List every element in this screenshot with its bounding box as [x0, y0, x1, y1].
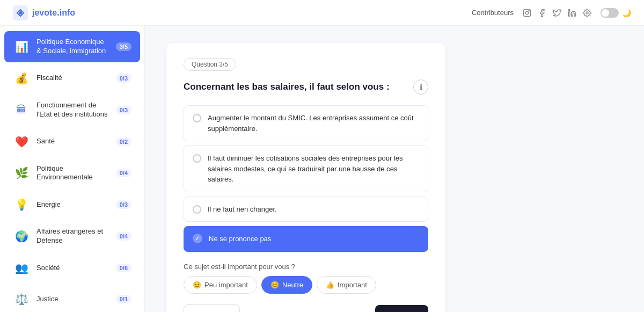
question-card: Question 3/5 Concernant les bas salaires… [166, 43, 445, 312]
sidebar-badge-fonctionnement: 0/3 [116, 106, 131, 114]
importance-label-peu: Peu important [204, 281, 248, 289]
answer-option-a3[interactable]: Il ne faut rien changer. [184, 197, 428, 222]
radio-circle-a3 [193, 205, 201, 214]
social-icons [522, 8, 592, 18]
sidebar-label-affaires: Affaires étrangères et Défense [36, 227, 109, 245]
sidebar-label-politique-env: Politique Environnementale [36, 164, 109, 183]
importance-icon-neutre: 😊 [270, 281, 279, 289]
radio-circle-a2 [193, 154, 201, 163]
instagram-icon[interactable] [522, 8, 532, 18]
sidebar-badge-energie: 0/3 [116, 200, 131, 209]
next-button[interactable]: Suivant [375, 305, 428, 313]
sidebar-badge-justice: 0/1 [116, 295, 131, 303]
sidebar-item-fonctionnement[interactable]: 🏛 Fonctionnement de l'Etat et des instit… [4, 95, 140, 126]
radio-check-a4: ✓ [193, 234, 202, 243]
question-title-text: Concernant les bas salaires, il faut sel… [184, 82, 390, 92]
prev-button[interactable]: Précédent [184, 304, 240, 313]
sidebar-icon-justice: ⚖️ [13, 291, 30, 308]
importance-buttons: 😐 Peu important😊 Neutre👍 Important [184, 276, 428, 294]
answer-options: Augmenter le montant du SMIC. Les entrep… [184, 105, 428, 252]
importance-icon-important: 👍 [326, 281, 334, 289]
svg-point-4 [529, 10, 529, 11]
sidebar-badge-fiscalite: 0/3 [116, 74, 131, 83]
header-right: Contributeurs 🌙 [472, 8, 631, 18]
answer-option-a4[interactable]: ✓ Ne se prononce pas [184, 226, 428, 252]
sidebar-badge-sante: 0/2 [116, 137, 131, 146]
nav-buttons: Précédent Suivant [184, 304, 428, 313]
answer-option-a1[interactable]: Augmenter le montant du SMIC. Les entrep… [184, 105, 428, 141]
sidebar-icon-fonctionnement: 🏛 [13, 101, 30, 119]
answer-text-a2: Il faut diminuer les cotisations sociale… [208, 153, 419, 185]
importance-section: Ce sujet est-il important pour vous ? 😐 … [184, 263, 428, 294]
answer-text-a1: Augmenter le montant du SMIC. Les entrep… [208, 113, 419, 134]
sidebar-icon-fiscalite: 💰 [13, 70, 30, 87]
category-icon-fiscalite: 💰 [15, 72, 28, 85]
sidebar-label-societe: Société [36, 264, 109, 273]
sidebar-item-fiscalite[interactable]: 💰 Fiscalité 0/3 [4, 63, 140, 93]
radio-circle-a1 [193, 114, 201, 122]
sidebar-label-sante: Santé [36, 137, 109, 146]
importance-btn-important[interactable]: 👍 Important [317, 276, 376, 294]
question-badge: Question 3/5 [184, 58, 236, 71]
category-icon-affaires: 🌍 [15, 230, 28, 243]
sidebar-item-justice[interactable]: ⚖️ Justice 0/1 [4, 284, 140, 312]
sidebar-icon-sante: ❤️ [13, 133, 30, 150]
logo-icon [13, 5, 28, 20]
sidebar-badge-politique-eco: 3/5 [116, 42, 131, 51]
main-layout: 📊 Politique Economique & Sociale, immigr… [0, 26, 644, 312]
sidebar-item-sante[interactable]: ❤️ Santé 0/2 [4, 127, 140, 157]
sidebar: 📊 Politique Economique & Sociale, immigr… [0, 26, 145, 312]
category-icon-fonctionnement: 🏛 [16, 104, 27, 116]
sidebar-icon-politique-env: 🌿 [13, 164, 30, 182]
answer-text-a4: Ne se prononce pas [209, 234, 271, 244]
svg-rect-5 [568, 12, 570, 16]
svg-point-3 [525, 11, 528, 14]
importance-btn-peu[interactable]: 😐 Peu important [184, 276, 257, 294]
sidebar-label-politique-eco: Politique Economique & Sociale, immigrat… [36, 38, 109, 56]
sidebar-label-justice: Justice [36, 295, 109, 304]
contributors-link[interactable]: Contributeurs [472, 9, 514, 17]
svg-rect-2 [523, 9, 530, 16]
category-icon-justice: ⚖️ [15, 293, 28, 306]
svg-point-7 [586, 12, 588, 14]
header: jevote.info Contributeurs 🌙 [0, 0, 644, 26]
sidebar-item-politique-env[interactable]: 🌿 Politique Environnementale 0/4 [4, 158, 140, 189]
category-icon-societe: 👥 [15, 262, 28, 274]
importance-label-important: Important [338, 281, 367, 289]
category-icon-politique-env: 🌿 [15, 166, 28, 179]
facebook-icon[interactable] [537, 8, 547, 18]
importance-icon-peu: 😐 [193, 281, 201, 289]
sidebar-icon-affaires: 🌍 [13, 228, 30, 245]
question-title: Concernant les bas salaires, il faut sel… [184, 79, 428, 95]
settings-icon[interactable] [582, 8, 592, 18]
answer-text-a3: Il ne faut rien changer. [208, 204, 277, 215]
sidebar-icon-energie: 💡 [13, 196, 30, 213]
sidebar-label-fonctionnement: Fonctionnement de l'Etat et des institut… [36, 101, 109, 119]
importance-label-neutre: Neutre [282, 281, 303, 289]
sidebar-label-fiscalite: Fiscalité [36, 74, 109, 83]
moon-icon: 🌙 [622, 9, 631, 17]
answer-option-a2[interactable]: Il faut diminuer les cotisations sociale… [184, 146, 428, 192]
sidebar-badge-affaires: 0/4 [116, 232, 131, 241]
importance-btn-neutre[interactable]: 😊 Neutre [261, 276, 312, 294]
sidebar-item-energie[interactable]: 💡 Energie 0/3 [4, 190, 140, 220]
category-icon-sante: ❤️ [15, 135, 28, 148]
main-content: Question 3/5 Concernant les bas salaires… [145, 26, 644, 312]
importance-label: Ce sujet est-il important pour vous ? [184, 263, 428, 271]
svg-point-6 [568, 9, 570, 11]
sidebar-icon-politique-eco: 📊 [13, 38, 30, 55]
sidebar-item-affaires[interactable]: 🌍 Affaires étrangères et Défense 0/4 [4, 221, 140, 252]
logo-text: jevote.info [32, 8, 75, 18]
linkedin-icon[interactable] [567, 8, 577, 18]
sidebar-item-societe[interactable]: 👥 Société 0/6 [4, 253, 140, 283]
twitter-icon[interactable] [552, 8, 562, 18]
dark-mode-toggle[interactable]: 🌙 [601, 8, 631, 18]
sidebar-item-politique-eco[interactable]: 📊 Politique Economique & Sociale, immigr… [4, 31, 140, 62]
sidebar-label-energie: Energie [36, 200, 109, 209]
svg-point-1 [19, 11, 22, 14]
category-icon-energie: 💡 [15, 198, 28, 211]
sidebar-icon-societe: 👥 [13, 259, 30, 277]
category-icon-politique-eco: 📊 [15, 40, 28, 53]
sidebar-badge-politique-env: 0/4 [116, 169, 131, 177]
info-button[interactable]: ℹ [413, 79, 428, 95]
